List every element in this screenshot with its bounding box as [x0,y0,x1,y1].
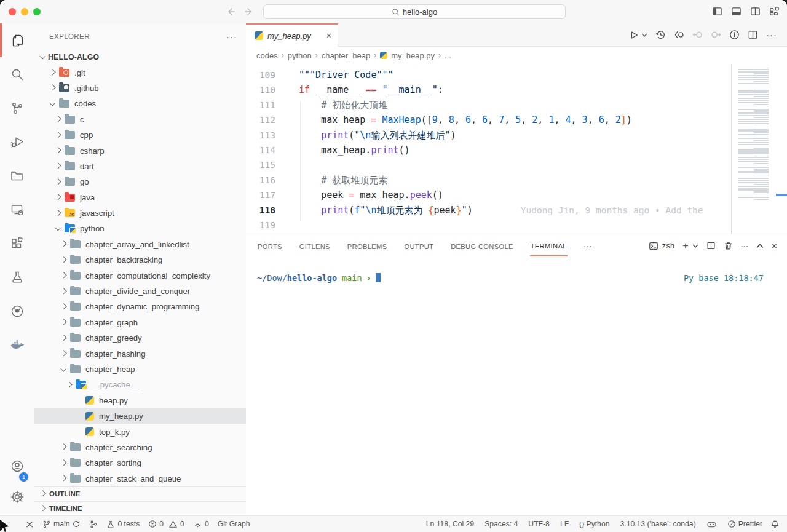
tree-item[interactable]: .git [34,65,246,80]
ports-status[interactable]: 0 [193,520,209,528]
git-graph-button[interactable]: Git Graph [218,520,250,528]
maximize-panel-icon[interactable] [756,242,764,250]
tree-item[interactable]: __pycache__ [34,377,246,392]
copilot-icon[interactable] [706,520,717,529]
minimize-window-button[interactable] [21,8,28,15]
breadcrumb-codes[interactable]: codes [256,51,278,60]
accounts-icon[interactable]: 1 [0,453,34,480]
kill-terminal-icon[interactable] [724,241,733,250]
panel-tab[interactable]: PORTS [257,236,283,256]
tree-item[interactable]: chapter_dynamic_programming [34,299,246,314]
split-terminal-icon[interactable] [706,241,716,250]
tree-item[interactable]: dart [34,159,246,174]
terminal-dropdown-chevron-icon[interactable] [692,243,698,249]
back-icon[interactable] [225,6,236,17]
tree-item[interactable]: chapter_hashing [34,346,246,361]
run-debug-icon[interactable] [0,125,34,159]
indentation-setting[interactable]: Spaces: 4 [484,520,518,528]
breadcrumb-file[interactable]: my_heap.py [391,51,435,60]
file-history-icon[interactable] [655,30,666,40]
outline-section[interactable]: OUTLINE [34,486,246,501]
tree-item[interactable]: chapter_array_and_linkedlist [34,237,246,252]
tree-item[interactable]: chapter_graph [34,315,246,330]
tree-item[interactable]: c [34,112,246,127]
close-window-button[interactable] [9,8,16,15]
tree-item[interactable]: chapter_stack_and_queue [34,471,246,486]
editor-more-actions-icon[interactable]: ··· [766,30,777,40]
cursor-position[interactable]: Ln 118, Col 29 [426,520,474,528]
tree-item[interactable]: csharp [34,143,246,158]
search-icon[interactable] [0,57,34,91]
encoding-setting[interactable]: UTF-8 [528,520,550,528]
tree-item[interactable]: chapter_heap [34,362,246,377]
docker-icon[interactable] [0,328,34,362]
tab-my-heap[interactable]: my_heap.py × [246,23,338,47]
panel-more-actions-icon[interactable]: ··· [741,242,748,250]
open-changes-icon[interactable] [674,30,684,40]
command-center-search[interactable]: hello-algo [263,4,566,19]
project-folder-icon[interactable] [0,159,34,193]
panel-tab[interactable]: TERMINAL [530,235,568,256]
maximize-window-button[interactable] [33,8,41,15]
breadcrumb-symbol[interactable]: ... [445,51,451,60]
eol-setting[interactable]: LF [560,520,569,528]
terminal[interactable]: ~/Dow/hello-algomain› Py base 18:18:47 [246,257,787,283]
tree-item[interactable]: my_heap.py [34,408,246,424]
toggle-panel-icon[interactable] [731,6,742,17]
tree-item[interactable]: top_k.py [34,424,246,439]
split-editor-icon[interactable] [750,6,761,17]
github-icon[interactable] [0,294,34,328]
python-interpreter[interactable]: 3.10.13 ('base': conda) [620,520,695,528]
tree-item[interactable]: codes [34,96,246,111]
panel-tab[interactable]: OUTPUT [403,236,434,256]
customize-layout-icon[interactable] [769,6,780,17]
panel-more-tabs-icon[interactable]: ··· [583,241,593,251]
remote-explorer-icon[interactable] [0,193,34,226]
toggle-sidebar-icon[interactable] [712,6,722,17]
breadcrumb-chapter-heap[interactable]: chapter_heap [322,51,371,60]
gitlens-graph-icon[interactable] [729,30,740,40]
tree-item[interactable]: python [34,221,246,236]
tree-item[interactable]: heap.py [34,393,246,408]
close-tab-icon[interactable]: × [326,31,331,41]
explorer-more-actions-icon[interactable]: ··· [226,31,237,42]
notifications-bell-icon[interactable] [770,520,780,529]
close-panel-icon[interactable]: × [772,240,777,251]
formatter-status[interactable]: Prettier [727,520,762,528]
panel-tab[interactable]: PROBLEMS [347,236,388,256]
run-dropdown-chevron-icon[interactable] [641,32,647,38]
tree-item[interactable]: .github [34,81,246,96]
split-editor-icon[interactable] [748,30,758,40]
breadcrumb-python[interactable]: python [288,51,312,60]
source-control-icon[interactable] [0,91,34,125]
timeline-section[interactable]: TIMELINE [34,501,246,515]
tree-item[interactable]: chapter_backtracking [34,252,246,268]
tree-item[interactable]: chapter_divide_and_conquer [34,284,246,299]
tree-item[interactable]: java [34,190,246,205]
extensions-icon[interactable] [0,226,34,260]
tree-item[interactable]: javascript [34,205,246,221]
tree-item[interactable]: HELLO-ALGO [34,49,246,65]
forward-icon[interactable] [243,6,255,17]
tree-item[interactable]: cpp [34,127,246,143]
code-editor[interactable]: 109 """Driver Code""" 110 if __name__ ==… [246,64,787,234]
panel-tab[interactable]: GITLENS [299,236,331,256]
tests-status[interactable]: 0 tests [106,520,140,529]
settings-gear-icon[interactable] [0,483,34,510]
remote-indicator[interactable] [25,520,34,529]
testing-icon[interactable] [0,260,34,294]
run-python-file-icon[interactable] [629,30,639,40]
problems-status[interactable]: 0 0 [148,520,184,528]
explorer-icon[interactable] [0,23,34,57]
git-branch-status[interactable]: main [42,520,81,529]
language-mode[interactable]: { } Python [579,520,609,528]
tree-item[interactable]: go [34,174,246,189]
tree-item[interactable]: chapter_greedy [34,330,246,346]
git-graph-status-icon[interactable] [89,520,98,529]
tree-item[interactable]: chapter_searching [34,440,246,455]
shell-name[interactable]: zsh [662,242,674,250]
minimap[interactable] [731,64,787,234]
tree-item[interactable]: chapter_sorting [34,455,246,470]
tree-item[interactable]: chapter_computational_complexity [34,268,246,283]
panel-tab[interactable]: DEBUG CONSOLE [450,236,514,256]
